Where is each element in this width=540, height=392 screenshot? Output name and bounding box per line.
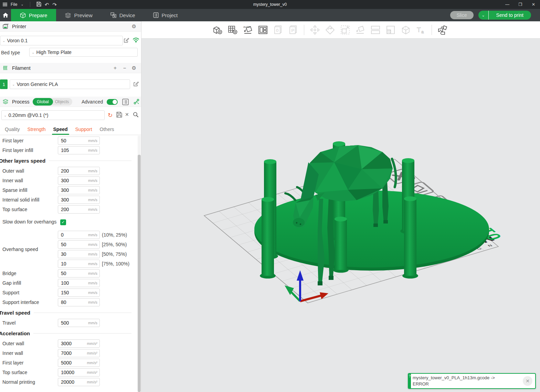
- toast-close-icon[interactable]: ✕: [523, 376, 532, 386]
- settings-row: Internal solid infill300mm/s: [0, 195, 136, 205]
- reset-profile-icon[interactable]: ↻: [108, 112, 113, 119]
- send-to-print-group: ⌄ Send to print: [478, 11, 531, 20]
- value-input[interactable]: 500mm/s: [58, 319, 100, 327]
- unit-label: mm/s²: [87, 341, 99, 346]
- maximize-button[interactable]: ❐: [514, 0, 527, 9]
- filament-section-header: Filament ＋ − ⚙: [0, 63, 141, 73]
- value-input[interactable]: 100mm/s: [58, 279, 100, 287]
- save-icon[interactable]: [36, 2, 41, 7]
- advanced-toggle[interactable]: [107, 99, 118, 105]
- filament-select[interactable]: ⌄ Voron Generic PLA: [10, 79, 130, 89]
- compare-parameters-icon[interactable]: [134, 99, 140, 105]
- process-scope-switch: Global Objects: [33, 98, 72, 106]
- svg-text:0: 0: [276, 28, 278, 33]
- printer-settings-gear-icon[interactable]: ⚙: [132, 23, 136, 30]
- gcode-error-toast: ? mystery_tower_v0_PLA_1h13m.gcode -> ER…: [408, 373, 536, 389]
- file-menu[interactable]: File: [11, 2, 17, 7]
- value-input[interactable]: 300mm/s: [58, 196, 100, 204]
- value-input[interactable]: 10000mm/s²: [58, 368, 100, 377]
- undo-icon[interactable]: ↶: [45, 2, 49, 7]
- value-input[interactable]: 20000mm/s²: [58, 378, 100, 386]
- arrange-icon[interactable]: [257, 24, 269, 36]
- value-input[interactable]: 50mm/s: [58, 269, 100, 277]
- auto-orient-icon[interactable]: AUTO: [242, 24, 254, 36]
- value-input[interactable]: 300mm/s: [58, 186, 100, 194]
- edit-printer-icon[interactable]: [123, 37, 129, 43]
- process-tab-speed[interactable]: Speed: [51, 127, 71, 135]
- value-input[interactable]: 5000mm/s²: [58, 359, 100, 367]
- scope-objects-button[interactable]: Objects: [53, 99, 69, 104]
- send-options-chevron-icon[interactable]: ⌄: [478, 11, 489, 20]
- setting-label: Support: [0, 290, 58, 295]
- toolbar-divider: [432, 25, 432, 35]
- filament-settings-gear-icon[interactable]: ⚙: [132, 65, 136, 71]
- value-input[interactable]: 200mm/s: [58, 167, 100, 175]
- parameter-list-icon[interactable]: [122, 99, 129, 105]
- value-input[interactable]: 30mm/s: [58, 250, 100, 258]
- search-icon[interactable]: [133, 112, 139, 118]
- assembly-icon[interactable]: [437, 24, 448, 36]
- value-input[interactable]: 300mm/s: [58, 176, 100, 185]
- close-button[interactable]: ✕: [527, 0, 540, 9]
- bed-type-select[interactable]: ⌄ High Temp Plate: [29, 48, 138, 57]
- settings-row: Bridge50mm/s: [0, 269, 136, 278]
- process-profile-select[interactable]: ⌄ 0.20mm @V0.1 (*): [1, 110, 105, 120]
- setting-label: Top surface: [0, 207, 58, 212]
- viewport-3d[interactable]: VORON D E S I G N 01: [141, 39, 540, 392]
- tab-device[interactable]: Device: [102, 9, 144, 21]
- menu-icon[interactable]: [3, 2, 7, 7]
- chevron-down-icon[interactable]: ⌄: [21, 3, 23, 6]
- add-filament-button[interactable]: ＋: [113, 65, 118, 71]
- tab-prepare[interactable]: Prepare: [11, 9, 56, 21]
- settings-row: Support150mm/s: [0, 288, 136, 297]
- value-input[interactable]: 105mm/s: [58, 146, 100, 154]
- lay-flat-icon: [354, 24, 366, 36]
- value-input[interactable]: 150mm/s: [58, 288, 100, 297]
- clear-profile-icon[interactable]: ✕: [125, 112, 129, 117]
- send-to-print-button[interactable]: Send to print: [489, 12, 531, 18]
- tab-preview[interactable]: Preview: [56, 9, 101, 21]
- bed-type-value: High Temp Plate: [36, 50, 71, 55]
- redo-icon[interactable]: ↷: [52, 2, 57, 7]
- process-tab-strength[interactable]: Strength: [25, 127, 49, 135]
- value-input[interactable]: 50mm/s: [58, 240, 100, 249]
- model-base-disc[interactable]: [254, 190, 489, 271]
- value-input[interactable]: 80mm/s: [58, 298, 100, 306]
- value-input[interactable]: 50mm/s: [58, 137, 100, 145]
- unit-label: mm/s: [88, 188, 99, 192]
- minimize-button[interactable]: —: [501, 0, 514, 9]
- scope-global-button[interactable]: Global: [33, 98, 53, 106]
- value-input[interactable]: 7000mm/s²: [58, 349, 100, 357]
- printer-select[interactable]: ⌄ Voron 0.1: [0, 36, 123, 45]
- divider: [30, 2, 30, 7]
- scrollbar-thumb[interactable]: [138, 155, 141, 392]
- filament-slot-badge[interactable]: 1: [0, 79, 8, 89]
- filament-section-title: Filament: [12, 65, 31, 71]
- settings-group: Overhang speed0mm/s(10%, 25%)50mm/s[25%,…: [0, 230, 136, 269]
- value-input[interactable]: 0mm/s: [58, 231, 100, 239]
- value-input[interactable]: 10mm/s: [58, 260, 100, 268]
- range-label: [25%, 50%): [102, 242, 127, 247]
- settings-section-header: Travel speed: [0, 307, 136, 318]
- wifi-icon[interactable]: [133, 37, 139, 43]
- home-button[interactable]: [0, 9, 11, 21]
- settings-row: Travel500mm/s: [0, 318, 136, 328]
- save-profile-icon[interactable]: [116, 112, 122, 118]
- slice-button[interactable]: Slice: [450, 11, 474, 19]
- add-model-icon[interactable]: [212, 24, 223, 36]
- remove-filament-button[interactable]: −: [123, 65, 126, 71]
- tab-project[interactable]: Project: [144, 9, 187, 21]
- edit-filament-icon[interactable]: [133, 81, 139, 87]
- checkbox-checked[interactable]: ✓: [60, 219, 66, 225]
- process-tab-quality[interactable]: Quality: [2, 127, 23, 135]
- process-tab-support[interactable]: Support: [73, 127, 95, 135]
- value-input[interactable]: 3000mm/s²: [58, 339, 100, 348]
- toolbar-strip: AUTO0PTa: [141, 21, 540, 39]
- text-tool-icon: Ta: [415, 24, 427, 36]
- settings-row: Sparse infill300mm/s: [0, 185, 136, 195]
- process-tab-others[interactable]: Others: [97, 127, 117, 135]
- value-input[interactable]: 200mm/s: [58, 205, 100, 214]
- settings-row: Inner wall7000mm/s²: [0, 348, 136, 358]
- setting-label: First layer: [0, 138, 58, 143]
- add-plate-icon[interactable]: [227, 24, 239, 36]
